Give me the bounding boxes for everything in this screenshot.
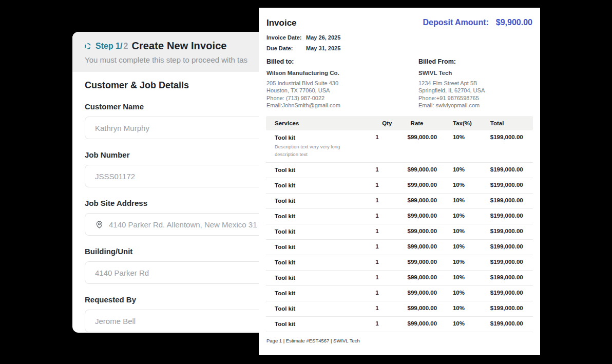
- address-line: 1234 Elm Street Apt 5B: [418, 80, 485, 87]
- service-description: Description text very very long descript…: [275, 143, 352, 158]
- header-total: Total: [490, 120, 533, 126]
- table-row: Tool kit1$99,000.0010%$199,000.00: [266, 286, 533, 301]
- address-line: Email: swivlyopmail.com: [418, 102, 485, 109]
- table-row: Tool kit1$99,000.0010%$199,000.00: [266, 163, 533, 178]
- qty-cell: 1: [375, 259, 407, 265]
- tax-cell: 10%: [453, 166, 490, 173]
- step-indicator: Step 1/: [95, 42, 122, 51]
- field-value: Jerome Bell: [95, 317, 136, 325]
- total-cell: $199,000.00: [490, 274, 533, 280]
- rate-cell: $99,000.00: [408, 228, 453, 234]
- step-progress-icon: [85, 43, 91, 49]
- total-cell: $199,000.00: [490, 134, 533, 140]
- deposit-amount: Deposit Amount: $9,900.00: [423, 18, 532, 27]
- tax-cell: 10%: [453, 243, 490, 250]
- table-row: Tool kit1$99,000.0010%$199,000.00: [266, 317, 533, 332]
- header-tax: Tax(%): [453, 120, 490, 126]
- invoice-date-label: Invoice Date:: [266, 34, 304, 41]
- due-date-label: Due Date:: [266, 45, 304, 51]
- billed-to-name: Wilson Manufacturing Co.: [266, 70, 418, 76]
- service-cell: Tool kit: [266, 228, 375, 235]
- service-name: Tool kit: [275, 320, 375, 328]
- address-line: Phone:+91 9876598765: [418, 94, 485, 102]
- total-cell: $199,000.00: [490, 166, 533, 173]
- table-row: Tool kit1$99,000.0010%$199,000.00: [266, 209, 533, 224]
- qty-cell: 1: [375, 243, 407, 250]
- form-field-group: Job Site Address4140 Parker Rd. Allentow…: [85, 199, 276, 236]
- qty-cell: 1: [375, 166, 407, 173]
- form-fields: Customer NameKathryn MurphyJob NumberJSS…: [85, 102, 276, 332]
- table-row: Tool kit1$99,000.0010%$199,000.00: [266, 194, 533, 209]
- total-cell: $199,000.00: [490, 228, 533, 234]
- service-name: Tool kit: [275, 228, 375, 235]
- invoice-page-footer: Page 1 | Estimate #EST4567 | SWIVL Tech: [266, 338, 360, 343]
- tax-cell: 10%: [453, 182, 490, 188]
- header-qty: Qty: [375, 120, 407, 126]
- tax-cell: 10%: [453, 305, 490, 311]
- table-header-row: Services Qty Rate Tax(%) Total: [266, 116, 533, 130]
- service-cell: Tool kit: [266, 259, 375, 266]
- tax-cell: 10%: [453, 259, 490, 265]
- building-unit-input[interactable]: 4140 Parker Rd: [85, 261, 276, 284]
- job-site-address-input[interactable]: 4140 Parker Rd. Allentown, New Mexico 31: [85, 213, 276, 236]
- tax-cell: 10%: [453, 320, 490, 327]
- total-cell: $199,000.00: [490, 290, 533, 296]
- rate-cell: $99,000.00: [408, 243, 453, 250]
- total-cell: $199,000.00: [490, 259, 533, 265]
- field-value: 4140 Parker Rd. Allentown, New Mexico 31: [109, 220, 257, 229]
- field-value: 4140 Parker Rd: [95, 269, 149, 277]
- invoice-dates: Invoice Date: May 26, 2025 Due Date: May…: [259, 28, 540, 51]
- service-cell: Tool kit: [266, 182, 375, 189]
- tax-cell: 10%: [453, 197, 490, 203]
- rate-cell: $99,000.00: [408, 320, 453, 327]
- qty-cell: 1: [375, 290, 407, 296]
- header-rate: Rate: [408, 120, 453, 126]
- service-cell: Tool kit: [266, 290, 375, 297]
- tax-cell: 10%: [453, 228, 490, 234]
- address-line: Houston, TX 77060, USA: [266, 87, 418, 94]
- create-invoice-panel: Step 1/ 2 Create New Invoice You must co…: [72, 32, 288, 333]
- invoice-preview: Invoice Deposit Amount: $9,900.00 Invoic…: [259, 8, 540, 355]
- service-cell: Tool kit: [266, 305, 375, 312]
- service-name: Tool kit: [275, 166, 375, 174]
- requested-by-input[interactable]: Jerome Bell: [85, 310, 276, 332]
- address-line: Springfield, IL 62704, USA: [418, 87, 485, 94]
- services-table: Services Qty Rate Tax(%) Total Tool kitD…: [266, 116, 533, 332]
- customer-name-input[interactable]: Kathryn Murphy: [85, 117, 276, 139]
- tax-cell: 10%: [453, 134, 490, 140]
- service-name: Tool kit: [275, 274, 375, 281]
- rate-cell: $99,000.00: [408, 213, 453, 219]
- service-name: Tool kit: [275, 243, 375, 251]
- header-services: Services: [266, 120, 375, 126]
- field-value: Kathryn Murphy: [95, 124, 149, 132]
- form-field-group: Building/Unit4140 Parker Rd: [85, 247, 276, 284]
- field-label: Job Site Address: [85, 199, 276, 207]
- job-number-input[interactable]: JSSS01172: [85, 165, 276, 187]
- field-value: JSSS01172: [95, 172, 135, 181]
- service-cell: Tool kit: [266, 197, 375, 204]
- form-field-group: Customer NameKathryn Murphy: [85, 102, 276, 139]
- step-row: Step 1/ 2 Create New Invoice: [85, 40, 276, 52]
- deposit-label: Deposit Amount:: [423, 18, 489, 27]
- wizard-subtitle: You must complete this step to proceed w…: [85, 55, 276, 64]
- service-name: Tool kit: [275, 259, 375, 266]
- rate-cell: $99,000.00: [408, 274, 453, 280]
- field-label: Requested By: [85, 295, 276, 304]
- total-cell: $199,000.00: [490, 197, 533, 203]
- qty-cell: 1: [375, 134, 407, 140]
- invoice-header: Invoice Deposit Amount: $9,900.00: [259, 8, 540, 28]
- rate-cell: $99,000.00: [408, 290, 453, 296]
- qty-cell: 1: [375, 305, 407, 311]
- billed-to-block: Billed to: Wilson Manufacturing Co. 205 …: [266, 58, 418, 109]
- qty-cell: 1: [375, 320, 407, 327]
- total-cell: $199,000.00: [490, 213, 533, 219]
- table-row: Tool kit1$99,000.0010%$199,000.00: [266, 255, 533, 271]
- billed-to-lines: 205 Industrial Blvd Suite 430Houston, TX…: [266, 80, 418, 109]
- service-cell: Tool kit: [266, 274, 375, 281]
- address-line: Email:JohnSmith@gmail.com: [266, 102, 418, 109]
- due-date-row: Due Date: May 31, 2025: [266, 45, 532, 51]
- service-name: Tool kit: [275, 197, 375, 204]
- billing-parties: Billed to: Wilson Manufacturing Co. 205 …: [259, 51, 540, 109]
- rate-cell: $99,000.00: [408, 305, 453, 311]
- service-name: Tool kit: [275, 213, 375, 220]
